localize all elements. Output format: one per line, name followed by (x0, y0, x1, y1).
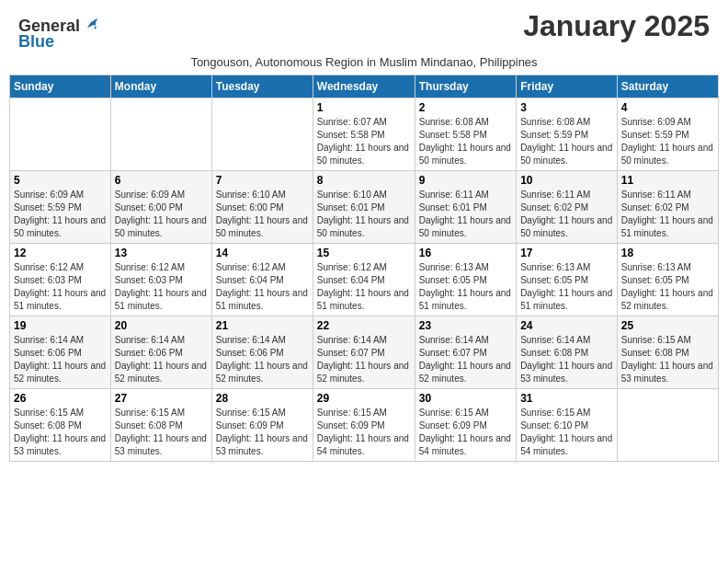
calendar-table: SundayMondayTuesdayWednesdayThursdayFrid… (9, 75, 719, 462)
calendar-day-cell (110, 98, 211, 171)
calendar-day-header: Wednesday (313, 75, 415, 98)
calendar-header-row: SundayMondayTuesdayWednesdayThursdayFrid… (10, 75, 719, 98)
calendar-day-cell: 8Sunrise: 6:10 AM Sunset: 6:01 PM Daylig… (313, 171, 415, 244)
day-info: Sunrise: 6:12 AM Sunset: 6:04 PM Dayligh… (317, 261, 411, 313)
day-info: Sunrise: 6:13 AM Sunset: 6:05 PM Dayligh… (621, 261, 714, 313)
day-info: Sunrise: 6:08 AM Sunset: 5:59 PM Dayligh… (520, 116, 613, 167)
day-number: 9 (419, 174, 512, 187)
day-info: Sunrise: 6:13 AM Sunset: 6:05 PM Dayligh… (520, 261, 613, 313)
day-number: 31 (520, 392, 613, 405)
calendar-day-header: Friday (517, 75, 618, 98)
calendar-day-cell: 29Sunrise: 6:15 AM Sunset: 6:09 PM Dayli… (313, 389, 415, 462)
day-info: Sunrise: 6:11 AM Sunset: 6:01 PM Dayligh… (419, 189, 512, 240)
day-number: 8 (317, 174, 411, 187)
day-info: Sunrise: 6:15 AM Sunset: 6:08 PM Dayligh… (621, 334, 714, 385)
calendar-day-cell: 23Sunrise: 6:14 AM Sunset: 6:07 PM Dayli… (415, 316, 516, 389)
calendar-day-cell: 6Sunrise: 6:09 AM Sunset: 6:00 PM Daylig… (110, 171, 211, 244)
day-number: 29 (317, 392, 411, 405)
day-info: Sunrise: 6:15 AM Sunset: 6:10 PM Dayligh… (520, 407, 613, 458)
day-info: Sunrise: 6:09 AM Sunset: 5:59 PM Dayligh… (621, 116, 714, 167)
calendar-day-cell: 19Sunrise: 6:14 AM Sunset: 6:06 PM Dayli… (10, 316, 111, 389)
calendar-day-cell: 17Sunrise: 6:13 AM Sunset: 6:05 PM Dayli… (517, 244, 618, 316)
calendar-day-cell: 1Sunrise: 6:07 AM Sunset: 5:58 PM Daylig… (313, 98, 415, 171)
day-number: 10 (520, 174, 613, 187)
calendar-day-cell: 12Sunrise: 6:12 AM Sunset: 6:03 PM Dayli… (10, 244, 111, 316)
day-info: Sunrise: 6:10 AM Sunset: 6:00 PM Dayligh… (216, 189, 309, 240)
day-info: Sunrise: 6:12 AM Sunset: 6:03 PM Dayligh… (115, 261, 208, 313)
day-info: Sunrise: 6:14 AM Sunset: 6:06 PM Dayligh… (14, 334, 107, 385)
calendar-day-cell: 25Sunrise: 6:15 AM Sunset: 6:08 PM Dayli… (617, 316, 718, 389)
calendar-day-header: Monday (110, 75, 211, 98)
calendar-day-cell: 21Sunrise: 6:14 AM Sunset: 6:06 PM Dayli… (211, 316, 313, 389)
day-number: 27 (115, 392, 208, 405)
logo: General Blue (18, 17, 102, 52)
day-number: 5 (14, 174, 107, 187)
day-number: 19 (14, 319, 107, 332)
calendar-day-cell: 9Sunrise: 6:11 AM Sunset: 6:01 PM Daylig… (415, 171, 516, 244)
calendar-week-row: 5Sunrise: 6:09 AM Sunset: 5:59 PM Daylig… (10, 171, 719, 244)
day-number: 2 (419, 101, 512, 114)
day-info: Sunrise: 6:12 AM Sunset: 6:04 PM Dayligh… (216, 261, 309, 313)
day-number: 7 (216, 174, 309, 187)
day-info: Sunrise: 6:12 AM Sunset: 6:03 PM Dayligh… (14, 261, 107, 313)
day-info: Sunrise: 6:14 AM Sunset: 6:06 PM Dayligh… (216, 334, 309, 385)
calendar-day-header: Thursday (415, 75, 516, 98)
day-number: 26 (14, 392, 107, 405)
day-info: Sunrise: 6:08 AM Sunset: 5:58 PM Dayligh… (419, 116, 512, 167)
day-info: Sunrise: 6:13 AM Sunset: 6:05 PM Dayligh… (419, 261, 512, 313)
logo-blue-text: Blue (18, 32, 54, 52)
calendar-day-cell: 26Sunrise: 6:15 AM Sunset: 6:08 PM Dayli… (10, 389, 111, 462)
calendar-day-cell: 22Sunrise: 6:14 AM Sunset: 6:07 PM Dayli… (313, 316, 415, 389)
calendar-day-cell: 4Sunrise: 6:09 AM Sunset: 5:59 PM Daylig… (617, 98, 718, 171)
calendar-week-row: 26Sunrise: 6:15 AM Sunset: 6:08 PM Dayli… (10, 389, 719, 462)
day-number: 18 (621, 247, 714, 259)
day-number: 20 (115, 319, 208, 332)
calendar-day-cell: 11Sunrise: 6:11 AM Sunset: 6:02 PM Dayli… (617, 171, 718, 244)
day-info: Sunrise: 6:15 AM Sunset: 6:08 PM Dayligh… (14, 407, 107, 458)
calendar-day-cell (211, 98, 313, 171)
calendar-day-cell: 16Sunrise: 6:13 AM Sunset: 6:05 PM Dayli… (415, 244, 516, 316)
day-info: Sunrise: 6:15 AM Sunset: 6:08 PM Dayligh… (115, 407, 208, 458)
day-number: 13 (115, 247, 208, 259)
calendar-day-cell: 24Sunrise: 6:14 AM Sunset: 6:08 PM Dayli… (517, 316, 618, 389)
day-number: 21 (216, 319, 309, 332)
calendar-day-cell: 10Sunrise: 6:11 AM Sunset: 6:02 PM Dayli… (517, 171, 618, 244)
day-info: Sunrise: 6:14 AM Sunset: 6:07 PM Dayligh… (317, 334, 411, 385)
day-info: Sunrise: 6:11 AM Sunset: 6:02 PM Dayligh… (621, 189, 714, 240)
day-number: 3 (520, 101, 613, 114)
day-number: 28 (216, 392, 309, 405)
day-info: Sunrise: 6:10 AM Sunset: 6:01 PM Dayligh… (317, 189, 411, 240)
day-info: Sunrise: 6:15 AM Sunset: 6:09 PM Dayligh… (317, 407, 411, 458)
month-title: January 2025 (523, 9, 710, 43)
day-number: 23 (419, 319, 512, 332)
day-number: 24 (520, 319, 613, 332)
calendar-subtitle: Tongouson, Autonomous Region in Muslim M… (9, 55, 719, 69)
day-number: 25 (621, 319, 714, 332)
calendar-day-cell: 30Sunrise: 6:15 AM Sunset: 6:09 PM Dayli… (415, 389, 516, 462)
day-number: 4 (621, 101, 714, 114)
day-info: Sunrise: 6:09 AM Sunset: 6:00 PM Dayligh… (115, 189, 208, 240)
day-number: 14 (216, 247, 309, 259)
day-number: 30 (419, 392, 512, 405)
calendar-day-header: Saturday (617, 75, 718, 98)
day-number: 16 (419, 247, 512, 259)
calendar-day-cell: 18Sunrise: 6:13 AM Sunset: 6:05 PM Dayli… (617, 244, 718, 316)
day-info: Sunrise: 6:14 AM Sunset: 6:08 PM Dayligh… (520, 334, 613, 385)
day-info: Sunrise: 6:07 AM Sunset: 5:58 PM Dayligh… (317, 116, 411, 167)
calendar-day-cell: 7Sunrise: 6:10 AM Sunset: 6:00 PM Daylig… (211, 171, 313, 244)
logo-bird-icon (82, 15, 102, 35)
day-number: 6 (115, 174, 208, 187)
day-info: Sunrise: 6:09 AM Sunset: 5:59 PM Dayligh… (14, 189, 107, 240)
calendar-day-cell: 15Sunrise: 6:12 AM Sunset: 6:04 PM Dayli… (313, 244, 415, 316)
day-number: 1 (317, 101, 411, 114)
day-number: 17 (520, 247, 613, 259)
day-number: 12 (14, 247, 107, 259)
day-info: Sunrise: 6:14 AM Sunset: 6:06 PM Dayligh… (115, 334, 208, 385)
calendar-day-header: Sunday (10, 75, 111, 98)
day-info: Sunrise: 6:15 AM Sunset: 6:09 PM Dayligh… (419, 407, 512, 458)
day-number: 11 (621, 174, 714, 187)
calendar-day-cell: 27Sunrise: 6:15 AM Sunset: 6:08 PM Dayli… (110, 389, 211, 462)
calendar-week-row: 12Sunrise: 6:12 AM Sunset: 6:03 PM Dayli… (10, 244, 719, 316)
calendar-week-row: 19Sunrise: 6:14 AM Sunset: 6:06 PM Dayli… (10, 316, 719, 389)
calendar-day-cell: 31Sunrise: 6:15 AM Sunset: 6:10 PM Dayli… (517, 389, 618, 462)
